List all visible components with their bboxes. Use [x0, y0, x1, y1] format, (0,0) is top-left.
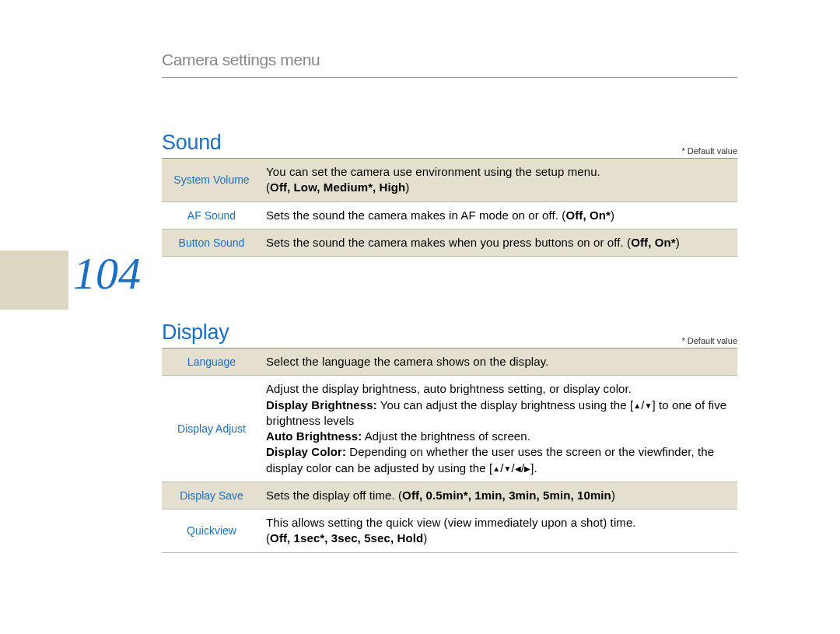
desc-text: Sets the sound the camera makes when you… — [266, 236, 631, 249]
breadcrumb: Camera settings menu — [162, 51, 737, 78]
desc-text: Adjust the brightness of screen. — [362, 429, 530, 443]
table-row: Button Sound Sets the sound the camera m… — [162, 229, 737, 256]
table-row: Language Select the language the camera … — [162, 349, 737, 376]
section-sound: Sound * Default value System Volume You … — [162, 131, 737, 257]
table-row: System Volume You can set the camera use… — [162, 159, 737, 201]
desc-text: Adjust the display brightness, auto brig… — [266, 382, 632, 395]
desc-text: Sets the display off time. ( — [266, 489, 402, 502]
section-title-sound: Sound — [162, 131, 222, 154]
desc-text: Sets the sound the camera makes in AF mo… — [266, 208, 565, 222]
section-display: Display * Default value Language Select … — [162, 321, 737, 553]
display-brightness-label: Display Brightness: — [266, 398, 377, 412]
desc-suffix: ) — [611, 208, 614, 222]
row-desc-quickview: This allows setting the quick view (view… — [261, 510, 737, 553]
options-suffix: ) — [405, 180, 409, 194]
options-text: Off, 0.5min*, 1min, 3min, 5min, 10min — [402, 489, 611, 502]
page-number: 104 — [73, 247, 141, 299]
desc-suffix: ) — [611, 489, 615, 502]
desc-text: ]. — [530, 461, 537, 475]
desc-suffix: ) — [676, 236, 680, 249]
options-suffix: ) — [423, 531, 427, 545]
auto-brightness-label: Auto Brightness: — [266, 429, 362, 443]
row-desc-display-adjust: Adjust the display brightness, auto brig… — [261, 376, 737, 482]
desc-text: You can set the camera use environment u… — [266, 165, 600, 178]
row-desc-button-sound: Sets the sound the camera makes when you… — [261, 229, 737, 256]
row-desc-language: Select the language the camera shows on … — [261, 349, 737, 376]
desc-text: This allows setting the quick view (view… — [266, 516, 636, 529]
row-desc-af-sound: Sets the sound the camera makes in AF mo… — [261, 201, 737, 229]
display-color-label: Display Color: — [266, 445, 346, 458]
options-text: Off, 1sec*, 3sec, 5sec, Hold — [270, 531, 423, 545]
row-label-quickview: Quickview — [162, 510, 261, 553]
sound-table: System Volume You can set the camera use… — [162, 159, 737, 257]
section-title-display: Display — [162, 321, 229, 344]
row-label-system-volume: System Volume — [162, 159, 261, 201]
section-header-display: Display * Default value — [162, 321, 737, 349]
options-text: Off, On* — [631, 236, 675, 249]
row-label-af-sound: AF Sound — [162, 201, 261, 229]
table-row: AF Sound Sets the sound the camera makes… — [162, 201, 737, 229]
row-label-language: Language — [162, 349, 261, 376]
default-note-display: * Default value — [681, 336, 737, 345]
options-text: Off, Low, Medium*, High — [270, 180, 405, 194]
row-desc-display-save: Sets the display off time. (Off, 0.5min*… — [261, 482, 737, 509]
table-row: Quickview This allows setting the quick … — [162, 510, 737, 553]
default-note-sound: * Default value — [681, 146, 737, 156]
options-text: Off, On* — [565, 208, 610, 222]
row-desc-system-volume: You can set the camera use environment u… — [261, 159, 737, 201]
row-label-button-sound: Button Sound — [162, 229, 261, 256]
content-area: Camera settings menu Sound * Default val… — [162, 51, 737, 553]
section-header-sound: Sound * Default value — [162, 131, 737, 159]
table-row: Display Adjust Adjust the display bright… — [162, 376, 737, 482]
page-tab — [0, 250, 68, 310]
table-row: Display Save Sets the display off time. … — [162, 482, 737, 509]
display-table: Language Select the language the camera … — [162, 349, 737, 553]
row-label-display-save: Display Save — [162, 482, 261, 509]
desc-text: You can adjust the display brightness us… — [377, 398, 633, 412]
row-label-display-adjust: Display Adjust — [162, 376, 261, 482]
